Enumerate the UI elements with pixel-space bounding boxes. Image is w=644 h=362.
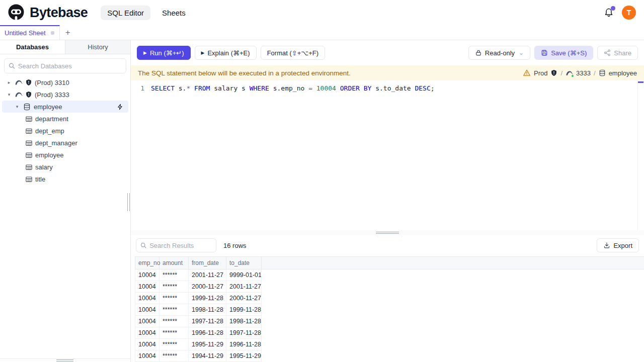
row-count-label: 16 rows [223, 242, 247, 249]
table-cell[interactable]: 1994-11-29 [189, 350, 226, 362]
results-search[interactable] [136, 238, 216, 252]
table-row[interactable]: 10004******2001-11-279999-01-01 [135, 269, 644, 281]
sidebar-tab-databases[interactable]: Databases [0, 40, 65, 54]
sql-token: s.emp_no [269, 84, 308, 92]
table-icon [25, 175, 33, 183]
table-cell[interactable]: 10004 [135, 316, 159, 327]
bolt-icon[interactable] [117, 104, 123, 110]
sql-token: 10004 [316, 84, 336, 92]
table-cell[interactable]: 10004 [135, 293, 159, 304]
export-button[interactable]: Export [597, 238, 639, 252]
sql-token [190, 84, 194, 92]
database-label[interactable]: employee [609, 69, 637, 77]
sidebar-tab-history[interactable]: History [65, 40, 130, 54]
notification-bell-button[interactable] [603, 7, 615, 19]
table-icon [25, 151, 33, 159]
table-row[interactable]: 10004******1995-11-291996-11-28 [135, 339, 644, 350]
instance-label[interactable]: 3333 [576, 69, 591, 77]
tree-instance-3333[interactable]: ▾ (Prod) 3333 [0, 88, 130, 101]
tree-table[interactable]: salary [0, 161, 130, 173]
table-cell[interactable]: 10004 [135, 327, 159, 339]
sidebar-bottom-resize-handle[interactable] [56, 359, 73, 361]
table-cell[interactable]: 2001-11-27 [226, 281, 262, 293]
table-row[interactable]: 10004******2000-11-272001-11-27 [135, 281, 644, 293]
brand-wordmark: Bytebase [30, 5, 88, 21]
explain-button[interactable]: ▶ Explain (⌘+E) [195, 46, 257, 60]
sql-token: s.to_date [371, 84, 415, 92]
caret-down-icon[interactable]: ▾ [6, 92, 12, 97]
user-avatar[interactable]: T [622, 6, 636, 20]
divider-drag-handle[interactable] [376, 232, 399, 234]
code-line[interactable]: 1 SELECT s.* FROM salary s WHERE s.emp_n… [131, 83, 644, 93]
database-search-input[interactable] [18, 62, 122, 70]
editor-overview-ruler[interactable] [637, 80, 644, 230]
unsaved-indicator-dot [51, 31, 54, 35]
table-cell[interactable]: ****** [159, 316, 189, 327]
table-cell[interactable]: 1996-11-28 [226, 339, 262, 350]
table-cell-filler [262, 327, 644, 339]
table-cell[interactable]: 10004 [135, 339, 159, 350]
database-search[interactable] [4, 58, 126, 73]
table-cell[interactable]: ****** [159, 269, 189, 281]
table-cell[interactable]: 1998-11-28 [226, 316, 262, 327]
table-cell[interactable]: 10004 [135, 304, 159, 316]
table-cell[interactable]: ****** [159, 339, 189, 350]
table-label: dept_emp [35, 127, 64, 135]
column-header-amount[interactable]: amount [159, 257, 189, 269]
tree-table[interactable]: dept_manager [0, 137, 130, 149]
table-row[interactable]: 10004******1998-11-281999-11-28 [135, 304, 644, 316]
table-cell[interactable]: ****** [159, 304, 189, 316]
table-cell[interactable]: 10004 [135, 350, 159, 362]
table-cell[interactable]: 1996-11-28 [189, 327, 226, 339]
table-cell[interactable]: ****** [159, 350, 189, 362]
column-header-from_date[interactable]: from_date [189, 257, 226, 269]
tab-sheets[interactable]: Sheets [155, 6, 192, 20]
tree-table[interactable]: department [0, 113, 130, 125]
table-cell[interactable]: 1997-11-28 [226, 327, 262, 339]
table-cell[interactable]: 1997-11-28 [189, 316, 226, 327]
tree-instance-3310[interactable]: ▸ (Prod) 3310 [0, 76, 130, 88]
sql-editor[interactable]: 1 SELECT s.* FROM salary s WHERE s.emp_n… [131, 80, 644, 230]
table-cell[interactable]: ****** [159, 293, 189, 304]
table-row[interactable]: 10004******1994-11-291995-11-29 [135, 350, 644, 362]
sidebar-resize-handle[interactable] [127, 193, 130, 211]
table-cell[interactable]: 2000-11-27 [226, 293, 262, 304]
sheet-tab-untitled[interactable]: Untitled Sheet [0, 25, 60, 40]
tree-database-employee[interactable]: ▾ employee [2, 101, 128, 113]
table-row[interactable]: 10004******1999-11-282000-11-27 [135, 293, 644, 304]
run-button[interactable]: ▶ Run (⌘+↵) [137, 46, 191, 60]
table-cell[interactable]: 2000-11-27 [189, 281, 226, 293]
tab-sql-editor[interactable]: SQL Editor [101, 6, 150, 20]
add-sheet-button[interactable]: + [60, 25, 76, 40]
save-button[interactable]: Save (⌘+S) [534, 46, 593, 60]
table-cell[interactable]: 2001-11-27 [189, 269, 226, 281]
share-button[interactable]: Share [597, 46, 638, 60]
tree-table[interactable]: title [0, 173, 130, 185]
table-cell[interactable]: 1995-11-29 [226, 350, 262, 362]
table-row[interactable]: 10004******1997-11-281998-11-28 [135, 316, 644, 327]
tree-table[interactable]: employee [0, 149, 130, 161]
table-row[interactable]: 10004******1996-11-281997-11-28 [135, 327, 644, 339]
tree-table[interactable]: dept_emp [0, 125, 130, 137]
results-search-input[interactable] [149, 242, 212, 249]
table-cell[interactable]: 1999-11-28 [226, 304, 262, 316]
table-cell[interactable]: 1998-11-28 [189, 304, 226, 316]
format-button[interactable]: Format (⇧+⌥+F) [261, 46, 325, 60]
table-cell[interactable]: ****** [159, 327, 189, 339]
table-cell[interactable]: 10004 [135, 281, 159, 293]
readonly-mode-dropdown[interactable]: Read-only ⌄ [468, 46, 530, 60]
table-cell[interactable]: ****** [159, 281, 189, 293]
table-cell[interactable]: 10004 [135, 269, 159, 281]
sql-token: DESC [415, 84, 430, 92]
sql-statement[interactable]: SELECT s.* FROM salary s WHERE s.emp_no … [151, 84, 435, 92]
table-cell[interactable]: 9999-01-01 [226, 269, 262, 281]
lock-icon [475, 49, 482, 56]
column-header-emp_no[interactable]: emp_no [135, 257, 159, 269]
column-header-to_date[interactable]: to_date [226, 257, 262, 269]
table-cell[interactable]: 1995-11-29 [189, 339, 226, 350]
editor-results-divider[interactable] [131, 230, 644, 235]
caret-down-icon[interactable]: ▾ [14, 104, 20, 109]
table-cell-filler [262, 281, 644, 293]
caret-right-icon[interactable]: ▸ [6, 80, 12, 85]
table-cell[interactable]: 1999-11-28 [189, 293, 226, 304]
